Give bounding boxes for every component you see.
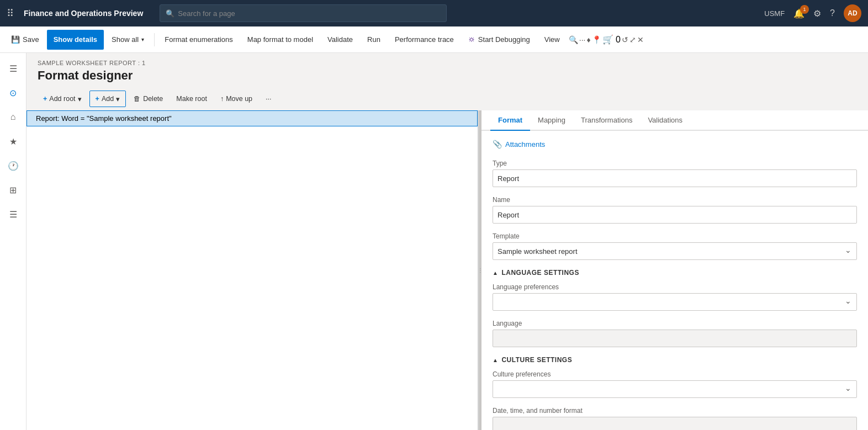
culture-pref-label: Culture preferences (493, 370, 857, 378)
debug-icon: ⛭ (468, 35, 475, 44)
add-root-chevron: ▾ (78, 95, 82, 103)
properties-tabs: Format Mapping Transformations Validatio… (481, 110, 868, 131)
sidebar-workspaces-icon[interactable]: ⊞ (2, 179, 24, 201)
sidebar-recent-icon[interactable]: 🕐 (2, 155, 24, 177)
cmd-separator-1 (154, 33, 155, 46)
make-root-label: Make root (176, 95, 207, 103)
notification-count: 1 (800, 5, 809, 14)
template-field-group: Template Sample worksheet report (493, 232, 857, 260)
culture-pref-select[interactable] (493, 380, 857, 398)
location-cmd-icon[interactable]: 📍 (592, 35, 601, 44)
type-input[interactable] (493, 169, 857, 187)
make-root-button[interactable]: Make root (171, 91, 213, 107)
language-pref-label: Language preferences (493, 283, 857, 291)
run-button[interactable]: Run (361, 30, 387, 50)
favorites-cmd-icon[interactable]: ♦ (586, 35, 590, 44)
main-layout: ☰ ⊙ ⌂ ★ 🕐 ⊞ ☰ SAMPLE WORKSHEET REPORT : … (0, 53, 868, 430)
language-input[interactable] (493, 330, 857, 347)
help-icon[interactable]: ? (830, 8, 835, 18)
add-chevron: ▾ (116, 95, 120, 103)
culture-collapse-icon[interactable]: ▲ (493, 357, 498, 363)
show-details-button[interactable]: Show details (47, 30, 104, 50)
name-field-group: Name (493, 196, 857, 224)
language-pref-select[interactable] (493, 293, 857, 311)
culture-settings-label: CULTURE SETTINGS (501, 356, 572, 364)
refresh-cmd-icon[interactable]: ↺ (622, 35, 628, 44)
show-all-chevron: ▾ (141, 36, 144, 43)
add-root-label: Add root (49, 95, 75, 103)
app-title: Finance and Operations Preview (24, 9, 143, 18)
attachments-link[interactable]: 📎 Attachments (493, 140, 857, 148)
user-label: USMF (764, 9, 785, 18)
map-format-button[interactable]: Map format to model (241, 30, 320, 50)
move-up-icon: ↑ (220, 95, 224, 103)
view-label: View (544, 35, 560, 44)
culture-pref-field-group: Culture preferences (493, 370, 857, 398)
show-details-label: Show details (54, 35, 97, 44)
nav-icons-group: USMF 🔔 1 ⚙ ? AD (764, 4, 861, 22)
tab-format[interactable]: Format (490, 110, 530, 131)
save-icon: 💾 (11, 35, 20, 44)
apps-grid-icon[interactable]: ⠿ (7, 7, 14, 19)
more-label: ··· (266, 95, 271, 103)
run-label: Run (367, 35, 380, 44)
more-options-button[interactable]: ··· (260, 91, 277, 107)
type-label: Type (493, 160, 857, 167)
add-root-button[interactable]: + Add root ▾ (38, 91, 87, 107)
start-debugging-button[interactable]: ⛭ Start Debugging (462, 30, 537, 50)
save-button[interactable]: 💾 Save (4, 30, 46, 50)
tree-item[interactable]: Report: Word = "Sample worksheet report" (27, 110, 478, 126)
language-settings-header: ▲ LANGUAGE SETTINGS (493, 269, 857, 277)
sidebar-filter-icon[interactable]: ⊙ (2, 82, 24, 104)
more-cmd-icon[interactable]: ··· (579, 35, 586, 44)
performance-trace-button[interactable]: Performance trace (388, 30, 461, 50)
sidebar-modules-icon[interactable]: ☰ (2, 203, 24, 225)
cart-cmd-badge[interactable]: 🛒 0 (602, 34, 621, 45)
notification-bell[interactable]: 🔔 1 (793, 8, 805, 19)
format-enumerations-label: Format enumerations (165, 35, 233, 44)
sidebar-hamburger[interactable]: ☰ (2, 57, 24, 79)
performance-trace-label: Performance trace (395, 35, 454, 44)
view-button[interactable]: View (538, 30, 567, 50)
move-up-button[interactable]: ↑ Move up (215, 91, 258, 107)
tab-validations[interactable]: Validations (640, 110, 690, 131)
format-enumerations-button[interactable]: Format enumerations (158, 30, 240, 50)
move-up-label: Move up (226, 95, 252, 103)
datetime-field-group: Date, time, and number format (493, 407, 857, 430)
cart-count: 0 (616, 35, 621, 44)
type-field-group: Type (493, 160, 857, 187)
language-collapse-icon[interactable]: ▲ (493, 270, 498, 276)
show-all-button[interactable]: Show all ▾ (105, 30, 151, 50)
culture-settings-header: ▲ CULTURE SETTINGS (493, 356, 857, 364)
datetime-label: Date, time, and number format (493, 407, 857, 415)
validate-button[interactable]: Validate (321, 30, 359, 50)
sidebar-home-icon[interactable]: ⌂ (2, 106, 24, 128)
add-root-plus-icon: + (43, 95, 47, 103)
sidebar-favorites-icon[interactable]: ★ (2, 130, 24, 152)
delete-button[interactable]: 🗑 Delete (128, 91, 168, 107)
global-search[interactable]: 🔍 Search for a page (160, 4, 447, 22)
clip-icon: 📎 (493, 140, 502, 148)
command-bar: 💾 Save Show details Show all ▾ Format en… (0, 26, 868, 53)
name-input[interactable] (493, 206, 857, 224)
left-sidebar: ☰ ⊙ ⌂ ★ 🕐 ⊞ ☰ (0, 53, 27, 430)
delete-icon: 🗑 (134, 95, 141, 103)
tab-mapping[interactable]: Mapping (530, 110, 573, 131)
top-navigation: ⠿ Finance and Operations Preview 🔍 Searc… (0, 0, 868, 26)
template-select[interactable]: Sample worksheet report (493, 242, 857, 260)
tab-transformations[interactable]: Transformations (573, 110, 640, 131)
search-cmd-icon[interactable]: 🔍 (569, 35, 578, 44)
close-cmd-icon[interactable]: ✕ (637, 35, 644, 44)
settings-icon[interactable]: ⚙ (813, 8, 821, 19)
add-button[interactable]: + Add ▾ (89, 91, 126, 107)
expand-cmd-icon[interactable]: ⤢ (629, 35, 636, 44)
language-label: Language (493, 320, 857, 327)
search-placeholder: Search for a page (178, 9, 235, 18)
properties-pane: Format Mapping Transformations Validatio… (481, 110, 868, 430)
language-pref-select-wrapper (493, 293, 857, 311)
delete-label: Delete (143, 95, 163, 103)
user-avatar[interactable]: AD (844, 4, 861, 22)
language-settings-label: LANGUAGE SETTINGS (501, 269, 579, 277)
datetime-input[interactable] (493, 417, 857, 430)
show-all-label: Show all (112, 35, 139, 44)
